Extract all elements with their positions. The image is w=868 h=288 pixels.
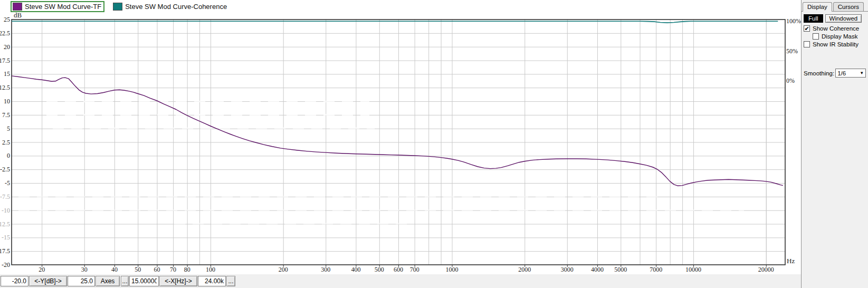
y-axis-button[interactable]: <-Y[dB]-> — [29, 276, 67, 286]
y-tick-label: -5 — [5, 179, 10, 187]
x-tick-label: 20000 — [758, 266, 774, 273]
smoothing-dropdown[interactable]: 1/6 ▼ — [835, 69, 866, 78]
y-tick-label: -15 — [2, 234, 10, 241]
x-tick-label: 20 — [39, 266, 45, 273]
view-mode-buttons: FullWindowed — [804, 14, 866, 23]
y-tick-label: 5 — [7, 125, 10, 132]
legend-item-1[interactable]: Steve SW Mod Curve-TF — [11, 1, 104, 12]
coherence-tick-label: 100% — [786, 17, 801, 25]
y-tick-label: 12.5 — [0, 84, 10, 91]
legend: Steve SW Mod Curve-TFSteve SW Mod Curve-… — [11, 1, 236, 12]
y-axis-unit-label: dB — [14, 11, 22, 19]
x-tick-label: 7000 — [650, 266, 662, 273]
x-tick-label: 300 — [321, 266, 330, 273]
x-tick-label: 600 — [394, 266, 403, 273]
panel-body: FullWindowed ✔Show CoherenceDisplay Mask… — [802, 12, 868, 78]
x-tick-label: 50 — [135, 266, 141, 273]
legend-item-label: Steve SW Mod Curve-TF — [25, 3, 101, 11]
coherence-axis-labels: 100%50%0% — [786, 17, 801, 84]
y-tick-label: -7.5 — [0, 193, 10, 200]
chevron-down-icon[interactable]: ▼ — [858, 71, 865, 75]
y-tick-label: -12.5 — [0, 220, 10, 228]
x-tick-label: 500 — [375, 266, 384, 273]
checkbox-label: Show IR Stability — [813, 41, 859, 47]
y-tick-label: 10 — [4, 98, 10, 105]
x-tick-label: 10000 — [685, 266, 701, 273]
legend-swatch-icon — [13, 3, 22, 11]
smoothing-label: Smoothing: — [804, 70, 834, 76]
checkbox-show-coherence[interactable]: ✔Show Coherence — [804, 25, 866, 32]
y-tick-label: 2.5 — [2, 139, 10, 146]
y-tick-label: -2.5 — [0, 166, 10, 173]
x-tick-label: 2000 — [518, 266, 531, 273]
axes-button[interactable]: Axes — [96, 276, 120, 286]
x-tick-label: 100 — [206, 266, 215, 273]
legend-item-2[interactable]: Steve SW Mod Curve-Coherence — [111, 1, 230, 12]
y-tick-label: 22.5 — [0, 30, 10, 37]
checkbox-display-mask[interactable]: Display Mask — [813, 33, 866, 40]
checkbox-show-ir-stability[interactable]: Show IR Stability — [804, 41, 866, 47]
legend-item-label: Steve SW Mod Curve-Coherence — [125, 3, 227, 11]
y-max-input[interactable] — [68, 276, 95, 286]
x-tick-label: 3000 — [561, 266, 574, 273]
chart-region: Steve SW Mod Curve-TFSteve SW Mod Curve-… — [0, 0, 801, 274]
y-tick-label: -17.5 — [0, 247, 10, 255]
checkbox-label: Show Coherence — [813, 25, 859, 32]
y-tick-label: -20 — [2, 261, 10, 268]
x-min-input[interactable] — [129, 276, 159, 286]
x-tick-label: 1000 — [446, 266, 459, 273]
y-tick-label: 20 — [4, 43, 10, 51]
unchecked-checkbox-icon[interactable] — [813, 33, 819, 40]
x-tick-label: 40 — [111, 266, 118, 273]
y-options-button[interactable]: ... — [121, 276, 129, 286]
checkbox-group: ✔Show CoherenceDisplay MaskShow IR Stabi… — [804, 25, 866, 47]
smoothing-row: Smoothing: 1/6 ▼ — [804, 69, 866, 78]
checked-checkbox-icon[interactable]: ✔ — [804, 25, 810, 32]
plot-area: 2522.52017.51512.5107.552.50-2.5-5-7.5-1… — [0, 0, 801, 274]
y-axis-labels: 2522.52017.51512.5107.552.50-2.5-5-7.5-1… — [0, 16, 10, 268]
unchecked-checkbox-icon[interactable] — [804, 41, 810, 47]
legend-swatch-icon — [113, 3, 122, 11]
x-tick-label: 700 — [410, 266, 419, 273]
x-max-input[interactable] — [198, 276, 226, 286]
x-tick-label: 4000 — [591, 266, 604, 273]
x-tick-label: 60 — [154, 266, 160, 273]
x-tick-label: 80 — [184, 266, 190, 273]
x-tick-label: 400 — [351, 266, 360, 273]
y-tick-label: -10 — [2, 207, 10, 214]
y-tick-label: 17.5 — [0, 57, 10, 64]
windowed-button[interactable]: Windowed — [825, 14, 862, 23]
transfer-function-app: Steve SW Mod Curve-TFSteve SW Mod Curve-… — [0, 0, 868, 288]
axis-toolbar: <-Y[dB]->Axes...<-X[Hz]->... — [0, 274, 801, 288]
ghost-mask-artifact-lower — [18, 197, 744, 224]
coherence-tick-label: 50% — [786, 47, 798, 55]
x-tick-label: 200 — [279, 266, 288, 273]
x-axis-button[interactable]: <-X[Hz]-> — [159, 276, 197, 286]
y-tick-label: 25 — [4, 16, 10, 23]
y-tick-label: 7.5 — [2, 111, 10, 119]
x-axis-labels: 2030405060708010020030040050060070010002… — [39, 265, 774, 273]
tab-cursors[interactable]: Cursors — [833, 2, 864, 11]
display-panel: DisplayCursors FullWindowed ✔Show Cohere… — [801, 0, 868, 288]
smoothing-value: 1/6 — [836, 70, 858, 76]
tab-display[interactable]: Display — [803, 2, 832, 12]
y-tick-label: 0 — [7, 152, 10, 159]
gridlines — [12, 20, 785, 265]
x-tick-label: 70 — [170, 266, 176, 273]
y-tick-label: 15 — [4, 70, 10, 78]
x-tick-label: 30 — [81, 266, 88, 273]
y-min-input[interactable] — [1, 276, 28, 286]
full-button[interactable]: Full — [804, 14, 823, 23]
x-tick-label: 5000 — [614, 266, 627, 273]
panel-tabbar: DisplayCursors — [802, 0, 868, 12]
tf-curve — [12, 76, 783, 186]
x-options-button[interactable]: ... — [226, 276, 235, 286]
coherence-curve — [12, 21, 778, 23]
coherence-tick-label: 0% — [786, 77, 795, 84]
checkbox-label: Display Mask — [822, 33, 857, 40]
x-axis-unit-label: Hz — [787, 257, 795, 265]
